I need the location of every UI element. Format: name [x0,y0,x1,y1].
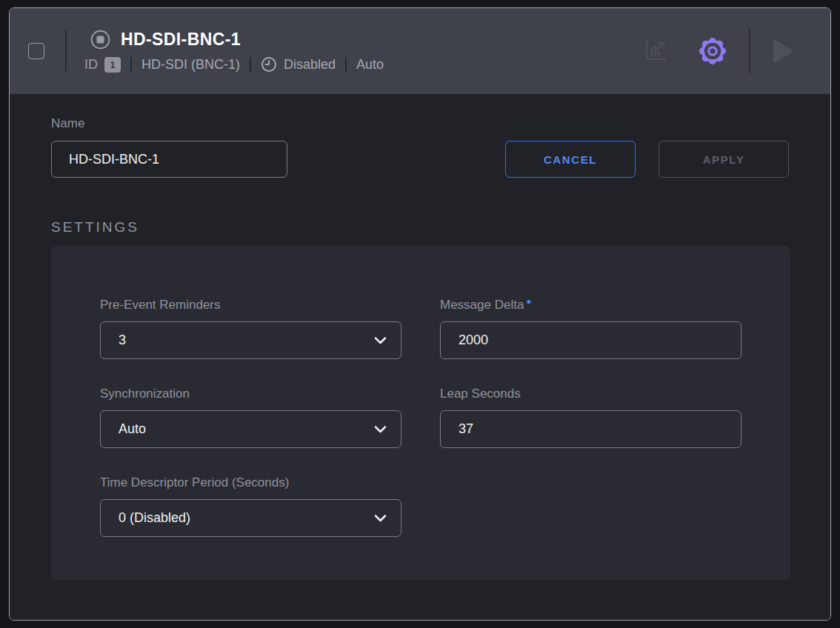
chart-icon [641,39,669,64]
page-background: HD-SDI-BNC-1 ID 1 HD-SDI (BNC-1) Disable… [0,0,840,628]
stop-icon [90,30,110,50]
select-device-checkbox[interactable] [28,43,44,59]
header-divider [65,30,67,72]
chevron-down-icon [374,421,387,437]
apply-button[interactable]: APPLY [659,141,789,178]
name-label: Name [51,116,287,131]
chevron-down-icon [374,333,387,348]
leap-seconds-label: Leap Seconds [440,387,521,401]
settings-panel: Pre-Event Reminders 3 Message Delta • [51,246,790,581]
chart-button[interactable] [641,39,669,64]
header-toolbar [641,29,795,73]
field-time-descriptor-period: Time Descriptor Period (Seconds) 0 (Disa… [100,475,401,537]
field-pre-event-reminders: Pre-Event Reminders 3 [100,298,401,359]
id-badge: 1 [104,57,121,73]
cancel-button[interactable]: CANCEL [505,141,636,178]
play-button[interactable] [771,39,795,64]
name-field: Name [51,116,287,178]
device-title: HD-SDI-BNC-1 [121,30,241,50]
meta-divider [250,57,251,72]
leap-seconds-control [440,410,741,448]
clock-icon [261,56,277,73]
device-card-body: Name CANCEL APPLY SETTINGS Pre-Event Rem… [10,94,830,620]
time-descriptor-period-select[interactable]: 0 (Disabled) [100,499,401,537]
settings-section-title: SETTINGS [51,219,789,236]
toolbar-divider [749,29,750,73]
leap-seconds-input[interactable] [459,421,723,437]
signal-type-label: HD-SDI (BNC-1) [141,57,240,73]
schedule-status-label: Disabled [284,57,336,73]
form-actions: CANCEL APPLY [505,141,789,178]
field-synchronization: Synchronization Auto [100,387,401,448]
time-descriptor-period-label: Time Descriptor Period (Seconds) [100,475,289,490]
synchronization-label: Synchronization [100,387,190,401]
settings-button[interactable] [697,36,728,67]
play-icon [771,39,795,64]
time-descriptor-period-value: 0 (Disabled) [119,510,190,526]
field-message-delta: Message Delta • [440,298,741,359]
device-card: HD-SDI-BNC-1 ID 1 HD-SDI (BNC-1) Disable… [9,7,831,621]
device-info: HD-SDI-BNC-1 ID 1 HD-SDI (BNC-1) Disable… [84,30,384,73]
message-delta-input[interactable] [459,333,723,348]
message-delta-control [440,321,741,359]
device-card-header: HD-SDI-BNC-1 ID 1 HD-SDI (BNC-1) Disable… [10,8,830,94]
message-delta-label: Message Delta [440,298,524,313]
id-label: ID [84,57,98,73]
meta-divider [130,57,132,72]
name-row: Name CANCEL APPLY [51,116,789,178]
required-indicator: • [526,298,531,306]
mode-label: Auto [356,57,384,73]
gear-icon [697,36,728,67]
meta-divider [345,57,347,72]
device-meta: ID 1 HD-SDI (BNC-1) Disabled Auto [84,56,384,73]
field-leap-seconds: Leap Seconds [440,387,741,448]
synchronization-value: Auto [119,421,146,437]
name-input[interactable] [51,141,287,178]
pre-event-reminders-value: 3 [119,333,126,348]
pre-event-reminders-label: Pre-Event Reminders [100,298,221,313]
synchronization-select[interactable]: Auto [100,410,401,448]
pre-event-reminders-select[interactable]: 3 [100,321,401,359]
chevron-down-icon [374,510,387,526]
